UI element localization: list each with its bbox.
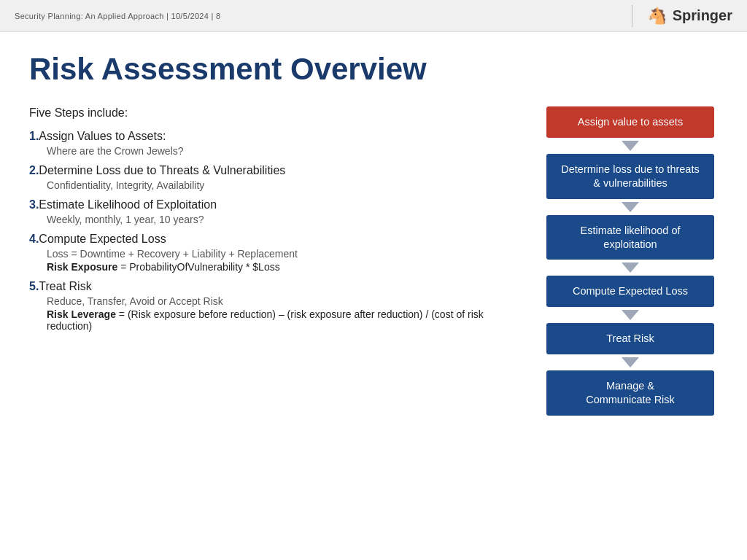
springer-logo: 🐴 Springer: [647, 7, 732, 26]
content-area: Five Steps include: 1.Assign Values to A…: [29, 104, 718, 545]
intro-text: Five Steps include:: [29, 106, 514, 120]
step-1-title: 1.Assign Values to Assets:: [29, 130, 514, 143]
header: Security Planning: An Applied Approach |…: [0, 0, 747, 32]
step-1-sub-1: Where are the Crown Jewels?: [47, 145, 514, 157]
step-4-title: 4.Compute Expected Loss: [29, 233, 514, 246]
step-2-sub-1: Confidentiality, Integrity, Availability: [47, 179, 514, 191]
step-3-sub-1: Weekly, monthly, 1 year, 10 years?: [47, 214, 514, 225]
step-1-number: 1.: [29, 130, 39, 142]
step-5-sub-1: Reduce, Transfer, Avoid or Accept Risk: [47, 295, 514, 307]
flow-box-compute-loss: Compute Expected Loss: [546, 276, 714, 307]
step-3-label: Estimate Likelihood of Exploitation: [39, 198, 217, 211]
step-3: 3.Estimate Likelihood of Exploitation We…: [29, 198, 514, 225]
step-3-title: 3.Estimate Likelihood of Exploitation: [29, 198, 514, 211]
step-5-title: 5.Treat Risk: [29, 280, 514, 293]
step-2-number: 2.: [29, 164, 39, 176]
header-divider: [632, 5, 632, 27]
flow-box-assign-assets: Assign value to assets: [546, 106, 714, 138]
springer-horse-icon: 🐴: [647, 7, 667, 26]
step-5-label: Treat Risk: [39, 280, 91, 292]
flow-box-treat-risk: Treat Risk: [546, 323, 714, 354]
springer-brand: Springer: [673, 7, 732, 24]
step-4-sub-1: Loss = Downtime + Recovery + Liability +…: [47, 248, 514, 260]
flow-arrow-5: [622, 357, 639, 368]
step-4: 4.Compute Expected Loss Loss = Downtime …: [29, 233, 514, 273]
step-3-number: 3.: [29, 198, 39, 211]
step-2-label: Determine Loss due to Threats & Vulnerab…: [39, 164, 285, 176]
step-2-title: 2.Determine Loss due to Threats & Vulner…: [29, 164, 514, 177]
left-column: Five Steps include: 1.Assign Values to A…: [29, 104, 514, 545]
flow-box-manage-communicate: Manage &Communicate Risk: [546, 370, 714, 416]
step-2: 2.Determine Loss due to Threats & Vulner…: [29, 164, 514, 191]
step-5: 5.Treat Risk Reduce, Transfer, Avoid or …: [29, 280, 514, 332]
flowchart: Assign value to assets Determine loss du…: [543, 104, 718, 545]
flow-box-determine-loss: Determine loss due to threats & vulnerab…: [546, 154, 714, 199]
main-content: Risk Assessment Overview Five Steps incl…: [0, 32, 747, 560]
step-1-label: Assign Values to Assets:: [39, 130, 166, 142]
step-4-number: 4.: [29, 233, 39, 245]
page-title: Risk Assessment Overview: [29, 52, 718, 86]
step-5-number: 5.: [29, 280, 39, 292]
step-5-sub-2: Risk Leverage = (Risk exposure before re…: [47, 308, 514, 332]
step-4-sub-2: Risk Exposure = ProbabilityOfVulnerabili…: [47, 261, 514, 273]
step-1: 1.Assign Values to Assets: Where are the…: [29, 130, 514, 157]
flow-arrow-3: [622, 262, 639, 273]
flow-arrow-2: [622, 202, 639, 212]
step-4-label: Compute Expected Loss: [39, 233, 166, 245]
flow-arrow-4: [622, 310, 639, 320]
manage-communicate-label: Manage &Communicate Risk: [586, 380, 675, 405]
header-meta: Security Planning: An Applied Approach |…: [15, 12, 220, 20]
flow-arrow-1: [622, 141, 639, 151]
flow-box-estimate-likelihood: Estimate likelihood of exploitation: [546, 215, 714, 260]
